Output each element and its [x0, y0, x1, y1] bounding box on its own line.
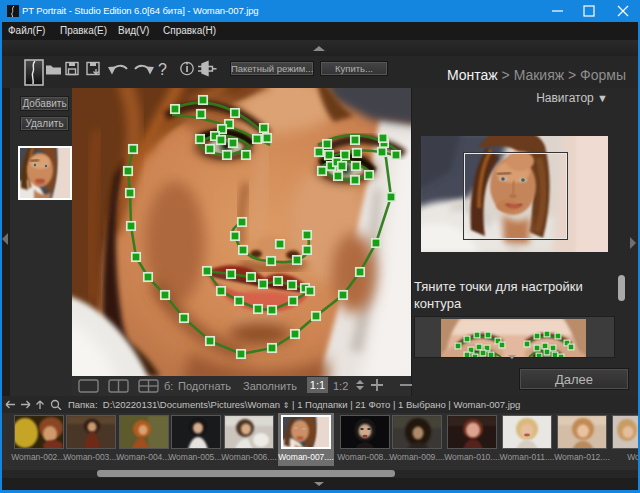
- svg-text:?: ?: [158, 61, 167, 78]
